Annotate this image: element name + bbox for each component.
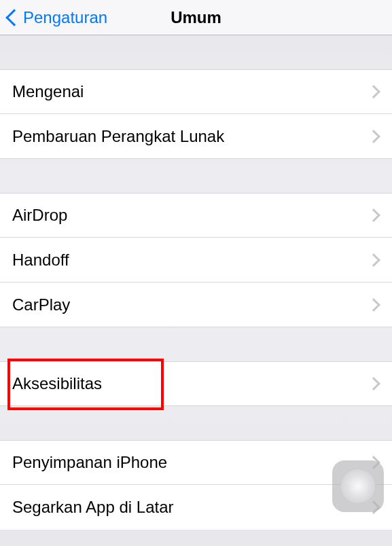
row-carplay[interactable]: CarPlay (0, 283, 392, 327)
page-title: Umum (171, 8, 221, 27)
section-about: Mengenai Pembaruan Perangkat Lunak (0, 69, 392, 159)
section-accessibility: Aksesibilitas (0, 361, 392, 406)
chevron-right-icon (367, 208, 380, 222)
assistive-touch-button[interactable] (332, 460, 384, 512)
row-label: AirDrop (12, 206, 67, 225)
row-label: CarPlay (12, 295, 70, 314)
row-label: Aksesibilitas (12, 374, 102, 393)
chevron-right-icon (367, 253, 380, 267)
row-handoff[interactable]: Handoff (0, 238, 392, 283)
section-airdrop: AirDrop Handoff CarPlay (0, 193, 392, 327)
chevron-right-icon (367, 377, 380, 390)
chevron-right-icon (367, 85, 380, 98)
navigation-bar: Pengaturan Umum (0, 0, 392, 35)
assistive-touch-icon (340, 469, 376, 504)
row-about[interactable]: Mengenai (0, 69, 392, 114)
row-label: Handoff (12, 251, 69, 270)
row-label: Mengenai (12, 82, 84, 101)
back-button[interactable]: Pengaturan (5, 8, 107, 27)
row-label: Penyimpanan iPhone (12, 453, 167, 472)
back-label: Pengaturan (23, 8, 107, 27)
chevron-left-icon (5, 9, 22, 26)
chevron-right-icon (367, 298, 380, 312)
row-airdrop[interactable]: AirDrop (0, 193, 392, 238)
row-accessibility[interactable]: Aksesibilitas (0, 361, 392, 406)
chevron-right-icon (367, 130, 380, 143)
row-software-update[interactable]: Pembaruan Perangkat Lunak (0, 114, 392, 159)
row-label: Segarkan App di Latar (12, 498, 174, 517)
row-label: Pembaruan Perangkat Lunak (12, 127, 224, 146)
